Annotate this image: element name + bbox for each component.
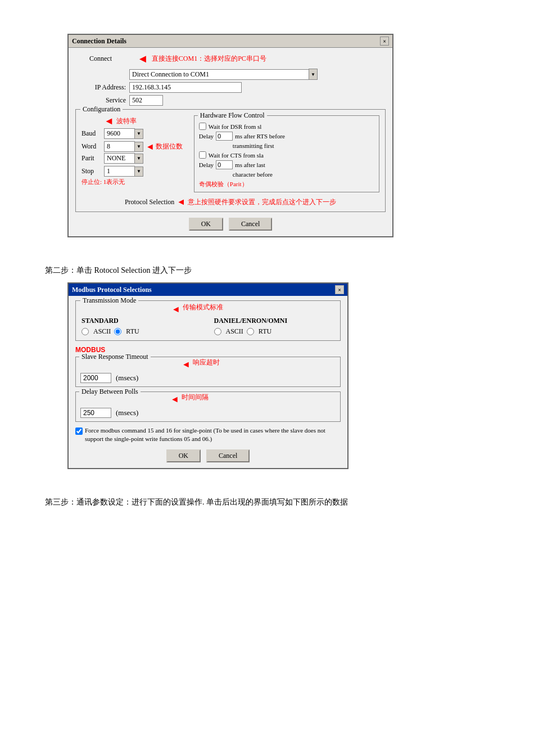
delay2-row: Delay ms after last	[199, 160, 374, 169]
slave-timeout-unit: (msecs)	[116, 374, 138, 382]
ascii-radio1[interactable]	[82, 328, 89, 335]
transmission-mode-group: Transmission Mode ◄ 传输模式标准 STANDARD ASCI…	[75, 300, 341, 341]
conn-dialog-titlebar: Connection Details ×	[69, 35, 392, 48]
wait-cts-checkbox[interactable]	[199, 151, 206, 159]
conn-ok-button[interactable]: OK	[189, 218, 223, 231]
modbus-titlebar: Modbus Protocol Selections ×	[69, 284, 347, 296]
parit-input[interactable]	[104, 153, 135, 164]
protocol-annotation: 意上按照硬件要求设置，完成后点这个进入下一步	[188, 197, 336, 207]
delay-polls-group: Delay Between Polls ◄ 时间间隔 (msecs)	[75, 392, 341, 422]
hw-flow-legend: Hardware Flow Control	[198, 111, 267, 120]
page-content: Connection Details × Connect ◄ 直接连接COM1：…	[11, 11, 523, 537]
modbus-body: Transmission Mode ◄ 传输模式标准 STANDARD ASCI…	[69, 296, 347, 468]
delay-legend-row: Delay Between Polls ◄ 时间间隔	[80, 394, 336, 404]
delay-annotation: 时间间隔	[182, 393, 209, 402]
connection-input[interactable]	[129, 69, 309, 80]
modbus-title: Modbus Protocol Selections	[72, 286, 152, 294]
rtu-label2: RTU	[259, 327, 271, 336]
ip-row: IP Address:	[75, 82, 386, 93]
daniel-radio-row: ASCII RTU	[214, 327, 335, 336]
timeout-annotation: 响应超时	[193, 358, 220, 367]
timeout-arrow-icon: ◄	[182, 359, 191, 370]
baud-annotation-row: ◄ 波特率	[104, 115, 183, 127]
delay1-input[interactable]	[216, 132, 233, 141]
dropdown-arrow-icon[interactable]: ▼	[309, 69, 318, 80]
delay-polls-inner: (msecs)	[80, 408, 336, 418]
modbus-button-row: OK Cancel	[75, 449, 341, 462]
stop-row: Stop ▼	[82, 166, 183, 177]
baud-arrow-icon: ◄	[104, 115, 114, 127]
slave-timeout-legend: Slave Response Timeout	[79, 353, 151, 361]
step3-text: 第三步：通讯参数设定：进行下面的设置操作. 单击后出现的界面填写如下图所示的数据	[45, 497, 489, 507]
word-label: Word	[82, 142, 104, 151]
word-row: Word ▼ ◄ 数据位数	[82, 141, 183, 152]
connect-annotation-area: ◄ 直接连接COM1：选择对应的PC串口号	[137, 52, 266, 65]
delay1-row: Delay ms after RTS before	[199, 132, 374, 141]
wait-dsr-label: Wait for DSR from sl	[209, 123, 261, 130]
delay1-label: Delay	[199, 133, 214, 140]
wait-dsr-row: Wait for DSR from sl	[199, 123, 374, 130]
conn-cancel-button[interactable]: Cancel	[229, 218, 272, 231]
parit-annotation: 奇偶校验（Parit）	[199, 180, 248, 188]
standard-label: STANDARD	[82, 317, 202, 325]
service-label: Service	[75, 96, 126, 105]
wait-cts-label: Wait for CTS from sla	[209, 152, 264, 159]
config-legend: Configuration	[80, 105, 123, 114]
baud-annotation: 波特率	[116, 116, 137, 126]
connect-arrow-icon: ◄	[137, 52, 148, 65]
delay1-note: transmitting first	[233, 142, 374, 149]
config-left: ◄ 波特率 Baud ▼ Word ▼	[82, 115, 183, 192]
parit-label: Parit	[82, 154, 104, 163]
rtu-radio2[interactable]	[247, 328, 254, 335]
force-modbus-row: Force modbus command 15 and 16 for singl…	[75, 426, 341, 444]
modbus-ok-button[interactable]: OK	[166, 449, 201, 462]
connection-details-dialog: Connection Details × Connect ◄ 直接连接COM1：…	[67, 34, 393, 237]
word-dropdown-arrow-icon[interactable]: ▼	[134, 142, 143, 152]
parit-dropdown-arrow-icon[interactable]: ▼	[134, 154, 143, 164]
rtu-label1: RTU	[126, 327, 139, 336]
stop-dropdown-arrow-icon[interactable]: ▼	[134, 166, 143, 177]
baud-row: Baud ▼	[82, 128, 183, 139]
tm-annotation: 传输模式标准	[183, 303, 223, 312]
spacer1	[45, 237, 489, 254]
tm-legend: Transmission Mode	[80, 296, 138, 305]
protocol-label: Protocol Selection	[125, 198, 174, 206]
wait-dsr-checkbox[interactable]	[199, 123, 206, 130]
slave-legend-row: Slave Response Timeout ◄ 响应超时	[80, 359, 336, 370]
service-input[interactable]	[129, 95, 163, 106]
config-inner: ◄ 波特率 Baud ▼ Word ▼	[82, 115, 379, 192]
force-modbus-checkbox[interactable]	[75, 428, 83, 435]
tm-col-daniel: DANIEL/ENRON/OMNI ASCII RTU	[214, 317, 335, 336]
dropdown-row: ▼	[75, 69, 386, 80]
delay-polls-input[interactable]	[80, 408, 111, 418]
modbus-close[interactable]: ×	[335, 285, 344, 294]
baud-dropdown-arrow-icon[interactable]: ▼	[134, 129, 143, 139]
parit-annotation-row: 奇偶校验（Parit）	[199, 180, 374, 188]
rtu-radio1[interactable]	[114, 328, 121, 335]
slave-timeout-input[interactable]	[80, 373, 111, 383]
word-annotation: 数据位数	[156, 142, 183, 151]
stop-input[interactable]	[104, 166, 135, 177]
spacer2	[45, 469, 489, 486]
tm-col-standard: STANDARD ASCII RTU	[82, 317, 202, 336]
protocol-row: Protocol Selection ◄ 意上按照硬件要求设置，完成后点这个进入…	[82, 197, 379, 207]
slave-timeout-inner: (msecs)	[80, 373, 336, 383]
stop-annotation-row: 停止位: 1表示无	[82, 178, 183, 186]
ip-input[interactable]	[129, 82, 242, 93]
modbus-cancel-button[interactable]: Cancel	[206, 449, 250, 462]
connect-label: Connect	[75, 55, 126, 63]
connection-dropdown[interactable]: ▼	[129, 69, 318, 80]
stop-label: Stop	[82, 167, 104, 176]
hw-flow-group: Hardware Flow Control Wait for DSR from …	[194, 115, 379, 192]
ascii-radio2[interactable]	[214, 328, 221, 335]
connect-row: Connect ◄ 直接连接COM1：选择对应的PC串口号	[75, 52, 386, 65]
ascii-label2: ASCII	[226, 327, 243, 336]
stop-annotation: 停止位: 1表示无	[82, 178, 125, 186]
daniel-label: DANIEL/ENRON/OMNI	[214, 317, 335, 325]
word-input[interactable]	[104, 141, 135, 152]
baud-input[interactable]	[104, 128, 135, 139]
conn-dialog-close[interactable]: ×	[380, 37, 389, 46]
delay2-unit: ms after last	[235, 161, 265, 168]
delay2-input[interactable]	[216, 160, 233, 169]
protocol-area: Protocol Selection ◄ 意上按照硬件要求设置，完成后点这个进入…	[125, 197, 336, 207]
